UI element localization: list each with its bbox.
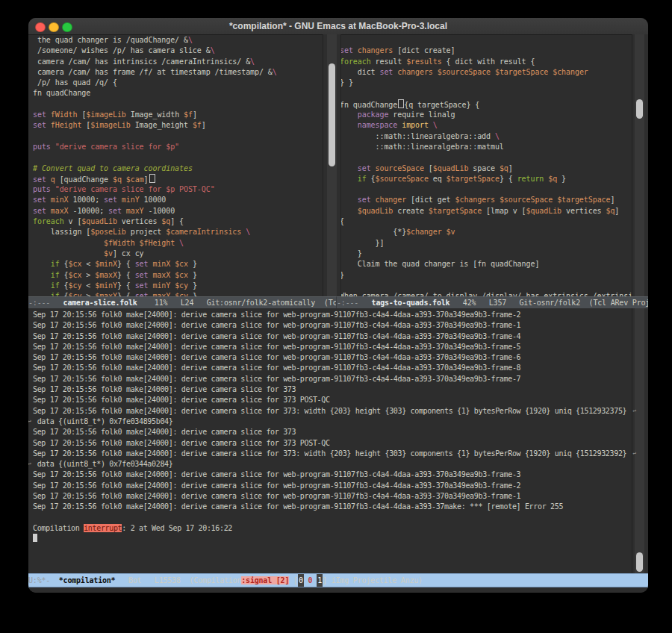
- text-line: Claim the quad changer is [fn quadChange…: [340, 259, 632, 269]
- text-line: camera /cam/ has frame /f/ at timestamp …: [33, 67, 323, 78]
- title-bar[interactable]: *compilation* - GNU Emacs at MacBook-Pro…: [28, 18, 648, 35]
- modeline-camera-slice[interactable]: -:--- camera-slice.folk 11% L24 Git:osnr…: [28, 296, 336, 308]
- text-line: if {$cy > $maxY} { set maxY $cy }: [33, 291, 323, 296]
- text-line: /p/ has quad /q/ {: [33, 78, 323, 88]
- text-line: [340, 88, 632, 99]
- text-line: [33, 534, 631, 544]
- text-line: ↩ data {(uint8_t*) 0x7fe034895b04}: [33, 417, 631, 427]
- text-line: -:--- tags-to-quads.folk 42% L357 Git-os…: [337, 297, 648, 308]
- compilation-buffer[interactable]: Sep 17 20:15:56 folk0 make[24000]: deriv…: [33, 310, 631, 564]
- text-line: set changer [dict get $changers $sourceS…: [340, 195, 632, 205]
- text-line: ↩ data {(uint8_t*) 0x7fe0344a0284}: [33, 459, 631, 470]
- text-line: [340, 281, 632, 291]
- text-line: Sep 17 20:15:56 folk0 make[24000]: deriv…: [33, 310, 631, 320]
- code-pane-camera-slice[interactable]: the quad changer is /quadChange/ &\ /som…: [33, 35, 323, 296]
- text-line: [340, 184, 632, 195]
- text-line: Sep 17 20:15:56 folk0 make[24000]: deriv…: [33, 502, 631, 512]
- line-wrap-icon: ↩: [632, 406, 636, 417]
- line-wrap-icon: ↩: [632, 449, 636, 459]
- text-line: Sep 17 20:15:56 folk0 make[24000]: deriv…: [33, 438, 631, 449]
- text-line: ::math::linearalgebra::matmul: [340, 142, 632, 152]
- text-line: foreach v [$quadLib vertices $q] {: [33, 216, 323, 227]
- text-line: [340, 35, 632, 46]
- text-line: if {$sourceSpace eq $targetSpace} { retu…: [340, 174, 632, 184]
- text-line: Sep 17 20:15:56 folk0 make[24000]: deriv…: [33, 363, 631, 373]
- pane-divider: [323, 34, 341, 296]
- block-cursor: [33, 534, 37, 542]
- scrollbar-thumb-left-pane[interactable]: [329, 63, 335, 166]
- text-line: set maxX -10000; set maxY -10000: [33, 206, 323, 216]
- text-line: set q [quadChange $q $cam]: [33, 174, 323, 184]
- text-line: Sep 17 20:15:56 folk0 make[24000]: deriv…: [33, 352, 631, 363]
- line-continuation-icon: ↩: [28, 417, 31, 427]
- text-line: if {$cx < $minX} { set minX $cx }: [33, 259, 323, 269]
- text-line: Sep 17 20:15:56 folk0 make[24000]: deriv…: [33, 395, 631, 405]
- line-continuation-icon: ↩: [28, 459, 31, 470]
- text-line: the quad changer is /quadChange/ &\: [33, 35, 323, 46]
- text-line: }: [340, 270, 632, 281]
- text-line: fn quadChange: [33, 88, 323, 99]
- text-line: {*}$changer $v: [340, 227, 632, 237]
- text-line: Sep 17 20:15:56 folk0 make[24000]: deriv…: [33, 374, 631, 384]
- text-line: set fWidth [$imageLib Image_width $f]: [33, 110, 323, 120]
- text-line: [340, 152, 632, 163]
- text-line: if {$cy < $minY} { set minY $cy }: [33, 281, 323, 291]
- text-line: Sep 17 20:15:56 folk0 make[24000]: deriv…: [33, 342, 631, 352]
- text-line: namespace import \: [340, 120, 632, 131]
- scrollbar-thumb-compilation[interactable]: [636, 552, 643, 572]
- text-line: foreach result $results { dict with resu…: [340, 57, 632, 67]
- text-line: [33, 513, 631, 523]
- text-line: When camera /camera/ to display /display…: [340, 291, 632, 296]
- modeline-compilation[interactable]: U:%*- *compilation* Bot L15538 (Compilat…: [28, 573, 648, 587]
- modeline-tags-to-quads[interactable]: -:--- tags-to-quads.folk 42% L357 Git-os…: [336, 296, 648, 308]
- text-line: Sep 17 20:15:56 folk0 make[24000]: deriv…: [33, 427, 631, 437]
- text-line: [33, 152, 323, 163]
- text-line: puts "derive camera slice for $p": [33, 142, 323, 152]
- text-line: $quadLib create $targetSpace [lmap v [$q…: [340, 206, 632, 216]
- text-line: Sep 17 20:15:56 folk0 make[24000]: deriv…: [33, 406, 631, 417]
- text-line: Compilation interrupt: 2 at Wed Sep 17 2…: [33, 523, 631, 534]
- text-line: camera /cam/ has intrinsics /cameraIntri…: [33, 57, 323, 67]
- text-line: $fWidth $fHeight \: [33, 238, 323, 249]
- text-line: set changers [dict create]: [340, 46, 632, 56]
- scrollbar-thumb-right-pane[interactable]: [636, 99, 643, 119]
- text-line: U:%*- *compilation* Bot L15538 (Compilat…: [28, 574, 648, 587]
- text-line: Sep 17 20:15:56 folk0 make[24000]: deriv…: [33, 331, 631, 342]
- text-line: [33, 131, 323, 142]
- text-line: package require linalg: [340, 110, 632, 120]
- text-line: Sep 17 20:15:56 folk0 make[24000]: deriv…: [33, 481, 631, 491]
- text-line: if {$cx > $maxX} { set maxX $cx }: [33, 270, 323, 281]
- text-line: fn quadChange{q targetSpace} {: [340, 99, 632, 110]
- text-line: /someone/ wishes /p/ has camera slice &\: [33, 46, 323, 56]
- text-line: puts "derive camera slice for $p POST-QC…: [33, 184, 323, 195]
- text-line: ↩{: [340, 216, 632, 227]
- text-line: dict set changers $sourceSpace $targetSp…: [340, 67, 632, 78]
- text-line: set minX 10000; set minY 10000: [33, 195, 323, 205]
- text-line: }: [340, 249, 632, 259]
- text-line: Sep 17 20:15:56 folk0 make[24000]: deriv…: [33, 320, 631, 331]
- text-line: $v] cx cy: [33, 249, 323, 259]
- text-line: set sourceSpace [$quadLib space $q]: [340, 163, 632, 174]
- hollow-cursor: [149, 174, 155, 183]
- text-line: lassign [$poseLib project $cameraIntrins…: [33, 227, 323, 237]
- text-line: ::math::linearalgebra::add \: [340, 131, 632, 142]
- text-line: set fHeight [$imageLib Image_height $f]: [33, 120, 323, 131]
- text-line: -:--- camera-slice.folk 11% L24 Git:osnr…: [28, 297, 336, 308]
- text-line: Sep 17 20:15:56 folk0 make[24000]: deriv…: [33, 449, 631, 459]
- text-line: }]: [340, 238, 632, 249]
- text-line: Sep 17 20:15:56 folk0 make[24000]: deriv…: [33, 491, 631, 502]
- text-line: # Convert quad to camera coordinates: [33, 163, 323, 174]
- text-line: [33, 99, 323, 110]
- code-pane-tags-to-quads[interactable]: set changers [dict create]foreach result…: [340, 35, 632, 296]
- text-line: Sep 17 20:15:56 folk0 make[24000]: deriv…: [33, 470, 631, 480]
- text-line: } }: [340, 78, 632, 88]
- text-line: Sep 17 20:15:56 folk0 make[24000]: deriv…: [33, 384, 631, 395]
- emacs-window: *compilation* - GNU Emacs at MacBook-Pro…: [28, 18, 648, 593]
- window-title: *compilation* - GNU Emacs at MacBook-Pro…: [28, 18, 648, 34]
